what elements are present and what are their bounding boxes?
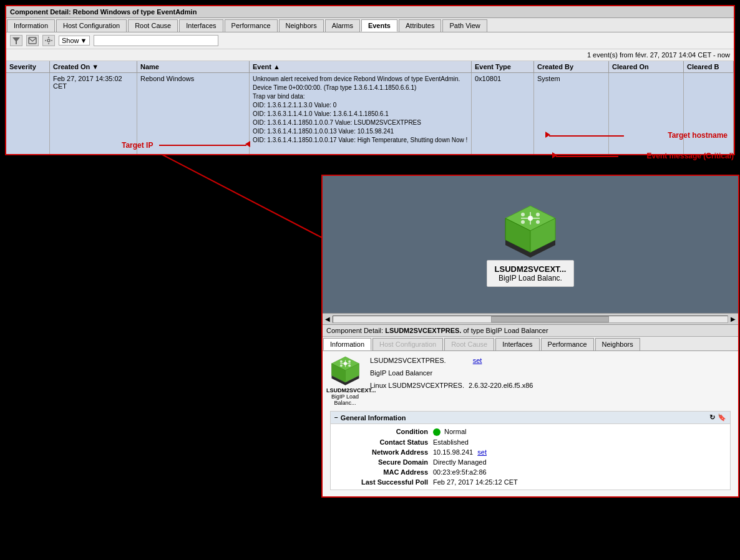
target-hostname-annotation: Target hostname [668,131,728,140]
title-bold: Rebond Windows of type EventAdmin [73,8,197,16]
tab-events[interactable]: Events [361,19,397,32]
small-device-icon: LSUDM2SVCEXT... BigIP Load Balanc... [326,355,364,406]
tab-host-configuration[interactable]: Host Configuration [56,19,127,32]
svg-point-21 [343,362,347,365]
btab-performance[interactable]: Performance [541,338,594,350]
set-link[interactable]: set [473,357,482,364]
email-icon[interactable] [26,35,39,46]
comp-detail-name: LSUDM2SVCEXTPRES. [385,327,461,334]
tab-alarms[interactable]: Alarms [325,19,360,32]
svg-point-25 [348,364,351,367]
section-body: Condition Normal Contact Status Establis… [331,424,730,490]
condition-indicator [433,428,441,436]
col-severity: Severity [6,61,50,72]
top-panel: Component Detail: Rebond Windows of type… [5,5,735,155]
event-message-annotation: Event message (Critical) [647,152,734,160]
small-device-cube-svg [328,355,363,386]
comp-detail-suffix: of type BigIP Load Balancer [463,327,548,334]
tab-path-view[interactable]: Path View [442,19,487,32]
comp-detail-title-label: Component Detail: [326,327,383,334]
last-poll-row: Last Successful Poll Feb 27, 2017 14:25:… [334,477,726,487]
bottom-tabs-bar: Information Host Configuration Root Caus… [323,337,738,351]
condition-value: Normal [433,428,726,436]
small-device-type: BigIP Load Balanc... [326,393,364,406]
col-cleared-on: Cleared On [609,61,684,72]
device-type-info: BigIP Load Balancer [370,367,533,380]
scrollbar-area[interactable]: ◀ ▶ [323,313,738,324]
scroll-thumb[interactable] [491,316,610,322]
col-event-type: Event Type [472,61,534,72]
btab-host-configuration[interactable]: Host Configuration [372,338,443,350]
svg-point-22 [339,360,342,363]
col-created-by: Created By [534,61,609,72]
tab-information[interactable]: Information [7,19,55,32]
cell-event-type: 0x10801 [472,73,534,154]
target-hostname-arrow [549,135,624,137]
show-button[interactable]: Show ▼ [59,36,90,46]
col-event[interactable]: Event ▲ [250,61,472,72]
btab-information[interactable]: Information [323,338,371,350]
contact-status-row: Contact Status Established [334,437,726,447]
dropdown-arrow-icon: ▼ [80,37,87,44]
device-row: LSUDM2SVCEXT... BigIP Load Balanc... LSU… [326,355,734,406]
filter-icon[interactable] [10,35,22,46]
scroll-left-btn[interactable]: ◀ [325,316,330,322]
contact-status-value: Established [433,438,726,446]
cell-cleared-on [609,73,684,154]
scroll-right-btn[interactable]: ▶ [731,316,736,322]
top-panel-title: Component Detail: Rebond Windows of type… [6,6,734,18]
title-label: Component Detail: [10,8,71,16]
show-label: Show [62,37,79,44]
table-row[interactable]: Feb 27, 2017 14:35:02 CET Rebond Windows… [6,73,734,154]
collapse-icon[interactable]: − [334,414,338,421]
comp-detail-title-bar: Component Detail: LSUDM2SVCEXTPRES. of t… [323,325,738,337]
svg-point-10 [528,216,533,221]
network-set-link[interactable]: set [477,448,487,456]
tab-performance[interactable]: Performance [225,19,278,32]
mac-address-label: MAC Address [334,468,428,476]
btab-interfaces[interactable]: Interfaces [495,338,539,350]
device-label-box: LSUDM2SVCEXT... BigIP Load Balanc. [487,260,575,287]
btab-root-cause[interactable]: Root Cause [444,338,494,350]
tab-attributes[interactable]: Attributes [399,19,441,32]
btab-neighbors[interactable]: Neighbors [595,338,640,350]
network-address-label: Network Address [334,448,428,456]
event-message-arrow [556,156,618,157]
target-ip-arrow [159,145,246,146]
cell-severity [6,73,50,154]
top-tabs-bar: Information Host Configuration Root Caus… [6,18,734,32]
network-address-row: Network Address 10.15.98.241 set [334,447,726,457]
tab-neighbors[interactable]: Neighbors [279,19,324,32]
section-header: − General Information ↻ 🔖 [331,412,730,424]
col-created-on[interactable]: Created On ▼ [50,61,137,72]
contact-status-label: Contact Status [334,438,428,446]
os-info: Linux LSUDM2SVCEXTPRES. [370,382,464,389]
cell-created-by: System [534,73,609,154]
refresh-icon[interactable]: ↻ [709,413,715,422]
last-poll-value: Feb 27, 2017 14:25:12 CET [433,478,726,486]
bookmark-icon[interactable]: 🔖 [718,413,726,422]
svg-rect-1 [29,37,36,44]
scroll-track[interactable] [333,316,728,323]
tab-root-cause[interactable]: Root Cause [128,19,178,32]
os-version: 2.6.32-220.el6.f5.x86 [469,382,533,389]
section-title: General Information [341,414,406,422]
cell-name: Rebond Windows [137,73,250,154]
tab-interfaces[interactable]: Interfaces [179,19,223,32]
target-ip-annotation: Target IP [122,141,153,150]
event-message-arrowhead [552,152,557,158]
svg-point-12 [536,213,540,216]
device-name: LSUDM2SVCEXT... [495,264,567,274]
condition-text: Normal [444,428,466,435]
device-type: BigIP Load Balanc. [495,274,567,282]
toolbar: Show ▼ [6,32,734,49]
small-device-name: LSUDM2SVCEXT... [326,387,364,393]
svg-point-14 [536,220,540,224]
col-cleared-b: Cleared B [684,61,734,72]
svg-point-13 [521,220,525,224]
target-ip-arrowhead [245,141,250,147]
cell-cleared-by [684,73,734,154]
mac-address-value: 00:23:e9:5f:a2:86 [433,468,726,476]
search-input[interactable] [94,35,218,46]
settings-icon[interactable] [42,35,55,46]
